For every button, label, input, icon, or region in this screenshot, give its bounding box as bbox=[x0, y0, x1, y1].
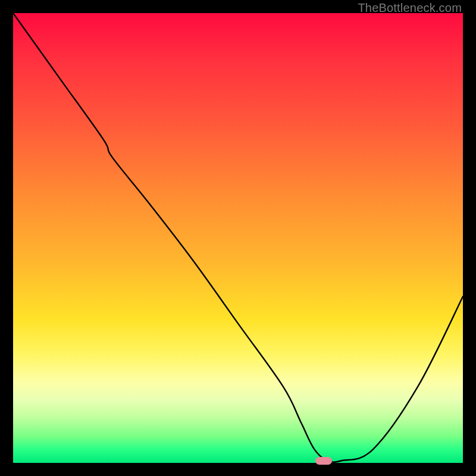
optimal-marker bbox=[315, 457, 332, 465]
plot-area bbox=[13, 13, 463, 463]
chart-frame: TheBottleneck.com bbox=[0, 0, 476, 476]
curve-path bbox=[13, 13, 463, 462]
bottleneck-curve bbox=[13, 13, 463, 463]
